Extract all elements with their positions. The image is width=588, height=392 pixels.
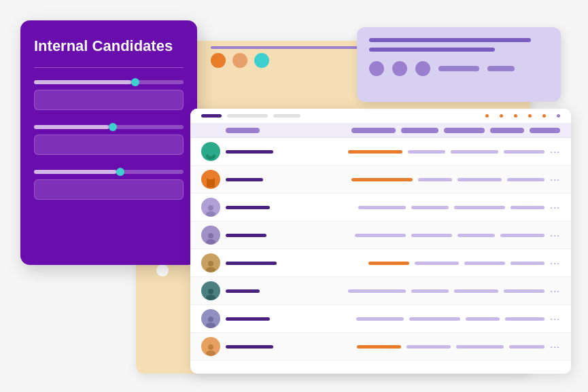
avatar-2 (201, 170, 220, 189)
row-col1-4 (355, 234, 406, 237)
row-more-1[interactable]: ··· (550, 146, 560, 157)
candidates-table: ··· ··· (190, 109, 571, 374)
col-header-1 (226, 128, 260, 133)
popup-dots-row (369, 61, 549, 76)
table-row[interactable]: ··· (190, 333, 571, 361)
header-bar-dark (201, 114, 222, 118)
slider-thumb-1[interactable] (131, 78, 139, 86)
row-col1-3 (358, 206, 406, 209)
avatar-3 (201, 198, 220, 217)
row-col4-2 (507, 178, 544, 181)
scene: Internal Candidates (0, 0, 588, 392)
purple-popup (357, 27, 561, 102)
popup-dot-1 (369, 61, 384, 76)
row-more-5[interactable]: ··· (550, 257, 560, 268)
row-name-7 (226, 317, 270, 321)
avatar-5 (201, 253, 220, 272)
table-row[interactable]: ··· (190, 277, 571, 305)
top-decorative-line (211, 46, 374, 49)
column-headers (190, 124, 571, 138)
col-header-2 (351, 128, 396, 133)
slider-bar-1 (34, 90, 184, 110)
table-row[interactable]: ··· (190, 194, 571, 221)
row-more-4[interactable]: ··· (550, 230, 560, 240)
slider-fill-2 (34, 125, 109, 129)
row-col2-2 (418, 178, 452, 181)
popup-dot-3 (415, 61, 430, 76)
row-col1-1 (348, 150, 402, 154)
slider-bar-2 (34, 135, 184, 155)
row-col2-7 (409, 317, 460, 321)
svg-point-5 (208, 205, 213, 211)
table-row[interactable]: ··· (190, 221, 571, 249)
col-header-3 (401, 128, 438, 133)
row-col4-5 (511, 262, 544, 265)
slider-thumb-3[interactable] (116, 168, 124, 176)
table-row[interactable]: ··· (190, 138, 571, 166)
slider-track-1[interactable] (34, 80, 184, 84)
table-row[interactable]: ··· (190, 305, 571, 333)
table-row[interactable]: ··· (190, 249, 571, 277)
popup-bar-1 (438, 66, 479, 71)
svg-point-10 (206, 267, 215, 272)
deco-dot-2 (156, 264, 169, 277)
row-col4-3 (511, 206, 544, 209)
row-col4-4 (500, 234, 544, 237)
row-name-6 (226, 289, 260, 293)
col-header-4 (444, 128, 485, 133)
teal-dot (254, 53, 269, 68)
row-name-4 (226, 234, 266, 237)
header-bar-2 (273, 114, 300, 118)
row-name-2 (226, 178, 263, 181)
row-col1-6 (348, 289, 406, 293)
popup-dot-2 (392, 61, 407, 76)
row-col1-7 (356, 317, 404, 321)
row-col4-7 (505, 317, 544, 321)
row-col4-8 (509, 345, 544, 349)
row-col3-2 (457, 178, 502, 181)
row-col3-7 (466, 317, 500, 321)
avatar-7 (201, 309, 220, 328)
popup-line-1 (369, 38, 531, 42)
svg-point-7 (208, 233, 213, 238)
row-more-2[interactable]: ··· (550, 174, 560, 185)
svg-point-12 (206, 295, 215, 300)
slider-track-2[interactable] (34, 125, 184, 129)
header-bar-1 (227, 114, 268, 118)
svg-point-13 (208, 317, 213, 322)
slider-fill-3 (34, 170, 116, 174)
row-col1-8 (357, 345, 401, 349)
avatar-8 (201, 337, 220, 356)
row-col4-1 (504, 150, 544, 154)
card-divider (34, 67, 184, 69)
avatar-1 (201, 142, 220, 161)
row-col3-8 (456, 345, 504, 349)
slider-fill-1 (34, 80, 131, 84)
row-col3-1 (451, 150, 498, 154)
internal-candidates-card: Internal Candidates (20, 20, 197, 265)
row-col3-5 (464, 262, 505, 265)
slider-group-2 (34, 125, 184, 155)
top-dots-row (211, 53, 269, 68)
row-col3-6 (454, 289, 498, 293)
row-more-7[interactable]: ··· (550, 313, 560, 324)
svg-point-2 (207, 151, 211, 154)
svg-point-9 (208, 261, 213, 266)
row-col2-3 (411, 206, 449, 209)
row-col1-2 (351, 178, 413, 181)
popup-bar-2 (487, 66, 515, 71)
table-body: ··· ··· (190, 138, 571, 361)
row-more-8[interactable]: ··· (550, 341, 560, 352)
row-more-6[interactable]: ··· (550, 285, 560, 296)
avatar-4 (201, 226, 220, 245)
slider-track-3[interactable] (34, 170, 184, 174)
slider-group-1 (34, 80, 184, 110)
row-name-8 (226, 345, 273, 349)
table-row[interactable]: ··· (190, 166, 571, 194)
table-header (190, 109, 571, 124)
svg-point-16 (206, 351, 215, 356)
slider-thumb-2[interactable] (109, 123, 117, 131)
row-more-3[interactable]: ··· (550, 202, 560, 213)
light-orange-dot (232, 53, 247, 68)
svg-point-15 (208, 344, 213, 350)
